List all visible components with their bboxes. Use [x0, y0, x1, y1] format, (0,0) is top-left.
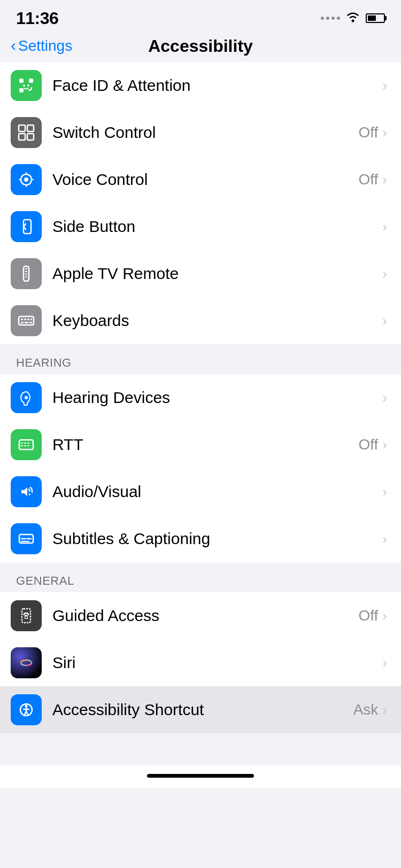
list-item[interactable]: Face ID & Attention › — [0, 62, 401, 109]
list-item[interactable]: Keyboards › — [0, 297, 401, 344]
svg-rect-24 — [25, 322, 28, 323]
row-right: Off › — [358, 124, 387, 141]
row-right: Off › — [358, 607, 387, 624]
chevron-icon: › — [382, 484, 387, 500]
chevron-icon: › — [382, 219, 387, 235]
chevron-icon: › — [382, 313, 387, 329]
svg-rect-27 — [19, 440, 33, 449]
list-item[interactable]: Apple TV Remote › — [0, 250, 401, 297]
list-item[interactable]: Hearing Devices › — [0, 374, 401, 421]
svg-rect-21 — [27, 319, 29, 320]
svg-rect-20 — [24, 319, 26, 320]
row-content: Side Button › — [52, 218, 390, 236]
chevron-icon: › — [382, 702, 387, 718]
chevron-icon: › — [382, 78, 387, 94]
list-item[interactable]: Switch Control Off › — [0, 109, 401, 156]
row-right: › — [382, 484, 387, 500]
svg-rect-23 — [21, 322, 24, 323]
row-content: Audio/Visual › — [52, 483, 390, 501]
svg-rect-9 — [27, 134, 34, 140]
page-title: Accessibility — [148, 36, 253, 56]
svg-rect-3 — [19, 88, 24, 92]
status-time: 11:36 — [16, 9, 58, 28]
chevron-icon: › — [382, 437, 387, 453]
svg-rect-6 — [19, 125, 25, 131]
siri-icon — [11, 647, 42, 678]
svg-rect-7 — [27, 125, 34, 131]
row-label: Accessibility Shortcut — [52, 701, 204, 719]
interaction-section: Face ID & Attention › Switch Control Off… — [0, 62, 401, 344]
list-item[interactable]: Siri › — [0, 639, 401, 686]
row-right: › — [382, 655, 387, 671]
row-value: Off — [358, 124, 378, 141]
row-content: Siri › — [52, 654, 390, 672]
row-label: Siri — [52, 654, 75, 672]
row-label: Switch Control — [52, 123, 156, 142]
general-section-header: GENERAL — [0, 562, 401, 592]
chevron-icon: › — [382, 125, 387, 141]
row-right: Off › — [358, 171, 387, 188]
list-item[interactable]: Accessibility Shortcut Ask › — [0, 686, 401, 733]
chevron-icon: › — [382, 266, 387, 282]
chevron-icon: › — [382, 655, 387, 671]
row-label: RTT — [52, 436, 83, 454]
row-label: Audio/Visual — [52, 483, 141, 501]
chevron-icon: › — [382, 172, 387, 188]
row-right: › — [382, 313, 387, 329]
svg-point-4 — [23, 84, 25, 87]
svg-rect-16 — [25, 274, 27, 275]
subtitles-captioning-icon — [11, 523, 42, 554]
accessibility-shortcut-icon — [11, 694, 42, 725]
row-content: Guided Access Off › — [52, 607, 390, 625]
hearing-section: Hearing Devices › RTT Off › — [0, 374, 401, 562]
svg-rect-25 — [29, 322, 32, 323]
list-item[interactable]: Voice Control Off › — [0, 156, 401, 203]
row-label: Hearing Devices — [52, 389, 170, 407]
status-icons — [321, 11, 385, 26]
svg-point-5 — [27, 84, 29, 87]
hearing-devices-icon — [11, 382, 42, 413]
svg-point-26 — [25, 396, 28, 399]
list-item[interactable]: RTT Off › — [0, 421, 401, 468]
chevron-icon: › — [382, 608, 387, 624]
svg-rect-30 — [27, 443, 29, 444]
row-label: Face ID & Attention — [52, 76, 190, 95]
row-right: › — [382, 390, 387, 406]
row-content: Face ID & Attention › — [52, 76, 390, 95]
row-label: Voice Control — [52, 170, 148, 189]
row-content: Accessibility Shortcut Ask › — [52, 701, 390, 719]
svg-point-0 — [352, 20, 354, 22]
list-item[interactable]: Side Button › — [0, 203, 401, 250]
home-indicator — [0, 765, 401, 788]
list-item[interactable]: Audio/Visual › — [0, 468, 401, 515]
svg-rect-19 — [21, 319, 23, 320]
row-right: › — [382, 219, 387, 235]
apple-tv-remote-icon — [11, 258, 42, 289]
status-bar: 11:36 — [0, 0, 401, 32]
row-label: Guided Access — [52, 607, 159, 625]
home-bar — [147, 774, 254, 778]
svg-rect-18 — [19, 316, 34, 325]
keyboards-icon — [11, 305, 42, 336]
row-content: RTT Off › — [52, 436, 390, 454]
row-content: Switch Control Off › — [52, 123, 390, 142]
svg-rect-22 — [30, 319, 32, 320]
list-item[interactable]: Guided Access Off › — [0, 592, 401, 639]
row-label: Keyboards — [52, 312, 129, 330]
general-section: Guided Access Off › — [0, 592, 401, 733]
list-item[interactable]: Subtitles & Captioning › — [0, 515, 401, 562]
audio-visual-icon — [11, 476, 42, 507]
row-content: Apple TV Remote › — [52, 265, 390, 283]
svg-rect-14 — [25, 268, 27, 269]
battery-icon — [366, 13, 385, 23]
back-button[interactable]: ‹ Settings — [11, 37, 72, 55]
wifi-icon — [345, 11, 360, 26]
svg-point-11 — [24, 177, 28, 182]
svg-rect-29 — [24, 443, 26, 444]
row-value: Off — [358, 436, 378, 453]
row-content: Hearing Devices › — [52, 389, 390, 407]
face-id-icon — [11, 70, 42, 101]
guided-access-icon — [11, 600, 42, 631]
rtt-icon — [11, 429, 42, 460]
row-value: Off — [358, 171, 378, 188]
